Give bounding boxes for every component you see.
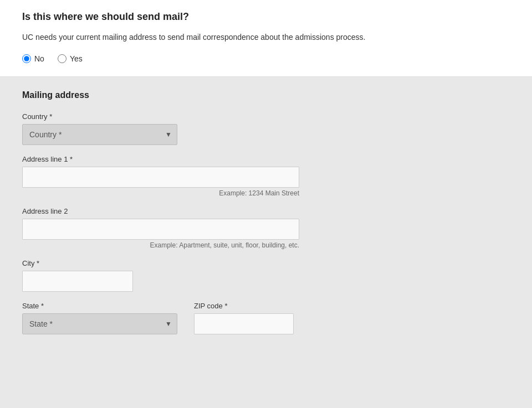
address2-label: Address line 2 <box>22 207 510 215</box>
country-select[interactable]: Country * <box>22 124 177 145</box>
city-label: City * <box>22 259 510 267</box>
no-radio[interactable] <box>22 54 31 63</box>
description-text: UC needs your current mailing address to… <box>22 32 510 43</box>
country-select-wrapper: Country * ▼ <box>22 124 177 145</box>
city-input[interactable] <box>22 271 133 292</box>
no-option[interactable]: No <box>22 54 44 63</box>
mail-radio-group: No Yes <box>22 54 510 63</box>
yes-label: Yes <box>70 54 83 63</box>
state-label: State * <box>22 302 177 310</box>
mailing-address-section: Mailing address Country * Country * ▼ Ad… <box>0 77 532 361</box>
zip-label: ZIP code * <box>194 302 294 310</box>
mail-question-section: Is this where we should send mail? UC ne… <box>0 0 532 77</box>
state-select-wrapper: State * ▼ <box>22 313 177 334</box>
city-group: City * <box>22 259 510 292</box>
address1-input[interactable] <box>22 167 299 188</box>
page-heading: Is this where we should send mail? <box>22 11 510 23</box>
country-group: Country * Country * ▼ <box>22 112 510 145</box>
address1-label: Address line 1 * <box>22 155 510 163</box>
state-zip-row: State * State * ▼ ZIP code * <box>22 302 510 344</box>
address2-group: Address line 2 Example: Apartment, suite… <box>22 207 510 249</box>
no-label: No <box>34 54 44 63</box>
address1-hint: Example: 1234 Main Street <box>22 189 299 197</box>
address1-group: Address line 1 * Example: 1234 Main Stre… <box>22 155 510 197</box>
state-select[interactable]: State * <box>22 313 177 334</box>
yes-radio[interactable] <box>58 54 66 63</box>
address2-input[interactable] <box>22 219 299 240</box>
zip-group: ZIP code * <box>194 302 294 334</box>
section-title: Mailing address <box>22 90 510 100</box>
yes-option[interactable]: Yes <box>58 54 83 63</box>
address2-hint: Example: Apartment, suite, unit, floor, … <box>22 241 299 249</box>
zip-input[interactable] <box>194 313 294 334</box>
country-label: Country * <box>22 112 510 121</box>
state-group: State * State * ▼ <box>22 302 177 334</box>
